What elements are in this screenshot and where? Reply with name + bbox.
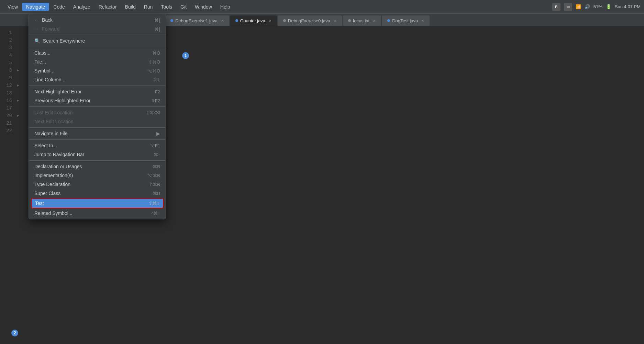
menu-item-navigate-in-file[interactable]: Navigate in File ▶	[29, 129, 166, 138]
sep-2	[29, 47, 166, 47]
menu-item-back[interactable]: ← Back ⌘[	[29, 15, 166, 24]
volume-icon: 🔊	[585, 4, 590, 9]
tab-focus[interactable]: focus.txt ✕	[343, 15, 381, 26]
menu-item-jump-nav-bar-label: Jump to Navigation Bar	[34, 152, 85, 157]
menu-item-symbol-label: Symbol...	[34, 68, 54, 73]
menu-shortcut-select-in: ⌥F1	[150, 143, 160, 148]
tab-dogtest[interactable]: DogTest.java ✕	[382, 15, 430, 26]
tab-close[interactable]: ✕	[221, 19, 224, 23]
search-icon: 🔍	[34, 38, 40, 44]
menu-git[interactable]: Git	[176, 3, 191, 11]
line-num-8: 8	[0, 67, 12, 74]
menu-item-next-edit-label: Next Edit Location	[34, 119, 74, 124]
tab-label: DogTest.java	[392, 18, 418, 23]
menu-shortcut-back: ⌘[	[154, 18, 160, 23]
menu-build[interactable]: Build	[121, 3, 140, 11]
tab-label: DebugExercise0.java	[288, 18, 330, 23]
tab-label: Counter.java	[240, 18, 265, 23]
line-num-22: 22	[0, 127, 12, 135]
b-icon: B	[552, 3, 560, 11]
system-status: B ▭ 📶 🔊 51% 🔋 Sun 4:07 PM	[552, 3, 641, 11]
menu-item-search-everywhere[interactable]: 🔍 Search Everywhere	[29, 36, 166, 45]
menu-window[interactable]: Window	[191, 3, 216, 11]
menu-item-select-in[interactable]: Select In... ⌥F1	[29, 141, 166, 150]
menu-item-next-error-label: Next Highlighted Error	[34, 89, 82, 94]
menu-shortcut-declaration: ⌘B	[153, 164, 160, 169]
menu-item-file-label: File...	[34, 59, 46, 65]
back-arrow-icon: ←	[34, 17, 39, 23]
battery-percent: 51%	[593, 4, 602, 9]
menu-item-file[interactable]: File... ⇧⌘O	[29, 57, 166, 66]
menu-refactor[interactable]: Refactor	[95, 3, 121, 11]
menu-help[interactable]: Help	[216, 3, 234, 11]
line-num-5: 5	[0, 59, 12, 67]
tab-label: focus.txt	[353, 18, 369, 23]
callout-2: 2	[11, 330, 18, 336]
line-num-3: 3	[0, 44, 12, 51]
line-num-1: 1	[0, 29, 12, 36]
menu-item-implementations-label: Implementation(s)	[34, 173, 73, 178]
menu-item-prev-error[interactable]: Previous Highlighted Error ⇧F2	[29, 96, 166, 105]
tab-close[interactable]: ✕	[334, 19, 336, 23]
menu-item-linecolumn-label: Line:Column...	[34, 77, 65, 82]
submenu-arrow-icon: ▶	[156, 131, 160, 136]
menu-item-symbol[interactable]: Symbol... ⌥⌘O	[29, 66, 166, 75]
menu-item-declaration-label: Declaration or Usages	[34, 164, 82, 169]
menu-code[interactable]: Code	[49, 3, 69, 11]
menu-shortcut-related-symbol: ^⌘↑	[151, 211, 160, 216]
forward-arrow-icon: →	[34, 26, 39, 32]
navigate-menu: ← Back ⌘[ → Forward ⌘] 🔍 Search Everywhe…	[29, 14, 166, 219]
tab-close[interactable]: ✕	[373, 19, 376, 23]
menu-shortcut-next-error: F2	[155, 89, 160, 94]
menu-item-next-error[interactable]: Next Highlighted Error F2	[29, 87, 166, 96]
tab-dot	[283, 19, 286, 22]
menu-shortcut-test: ⇧⌘T	[148, 201, 159, 206]
menu-item-jump-nav-bar[interactable]: Jump to Navigation Bar ⌘↑	[29, 150, 166, 159]
menu-shortcut-super-class: ⌘U	[153, 191, 160, 196]
menu-item-select-in-label: Select In...	[34, 143, 57, 148]
sep-6	[29, 139, 166, 140]
tab-counter[interactable]: Counter.java ✕	[230, 15, 277, 26]
sep-3	[29, 85, 166, 86]
monitor-icon: ▭	[564, 3, 572, 11]
tab-close[interactable]: ✕	[421, 19, 424, 23]
line-numbers: 1 2 3 4 5 8 9 12 13 16 17 20 21 22	[0, 26, 15, 344]
menu-item-super-class[interactable]: Super Class ⌘U	[29, 189, 166, 198]
menu-item-class-label: Class...	[34, 50, 51, 56]
menu-view[interactable]: View	[3, 3, 22, 11]
sep-4	[29, 106, 166, 107]
menu-shortcut-linecolumn: ⌘L	[153, 77, 160, 82]
menu-shortcut-jump-nav-bar: ⌘↑	[154, 152, 160, 157]
line-num-13: 13	[0, 89, 12, 97]
line-num-17: 17	[0, 104, 12, 112]
menubar: View Navigate Code Analyze Refactor Buil…	[0, 0, 644, 14]
menu-shortcut-class: ⌘O	[152, 50, 160, 56]
line-num-16: 16	[0, 97, 12, 104]
menu-item-linecolumn[interactable]: Line:Column... ⌘L	[29, 75, 166, 84]
menu-item-related-symbol[interactable]: Related Symbol... ^⌘↑	[29, 209, 166, 218]
tab-dot	[170, 19, 173, 22]
battery-icon: 🔋	[606, 4, 611, 9]
menu-shortcut-implementations: ⌥⌘B	[147, 173, 160, 178]
menu-item-test[interactable]: Test ⇧⌘T	[31, 198, 164, 208]
menu-item-prev-error-label: Previous Highlighted Error	[34, 98, 90, 103]
menu-shortcut-file: ⇧⌘O	[148, 59, 160, 65]
menu-tools[interactable]: Tools	[157, 3, 176, 11]
wifi-icon: 📶	[576, 4, 581, 9]
tab-debugexercise0[interactable]: DebugExercise0.java ✕	[278, 15, 342, 26]
menu-navigate[interactable]: Navigate	[22, 3, 49, 11]
tab-label: DebugExercise1.java	[175, 18, 218, 23]
menu-shortcut-forward: ⌘]	[154, 26, 160, 32]
sep-7	[29, 160, 166, 161]
menu-analyze[interactable]: Analyze	[69, 3, 95, 11]
menu-run[interactable]: Run	[140, 3, 157, 11]
tab-close[interactable]: ✕	[269, 19, 271, 23]
menu-item-class[interactable]: Class... ⌘O	[29, 48, 166, 57]
tab-dot	[235, 19, 238, 22]
tab-debugexercise1[interactable]: DebugExercise1.java ✕	[165, 15, 229, 26]
menu-item-declaration[interactable]: Declaration or Usages ⌘B	[29, 162, 166, 171]
menu-item-forward-label: Forward	[42, 26, 59, 32]
menu-item-last-edit: Last Edit Location ⇧⌘⌫	[29, 108, 166, 117]
menu-item-type-declaration[interactable]: Type Declaration ⇧⌘B	[29, 180, 166, 189]
menu-item-implementations[interactable]: Implementation(s) ⌥⌘B	[29, 171, 166, 180]
